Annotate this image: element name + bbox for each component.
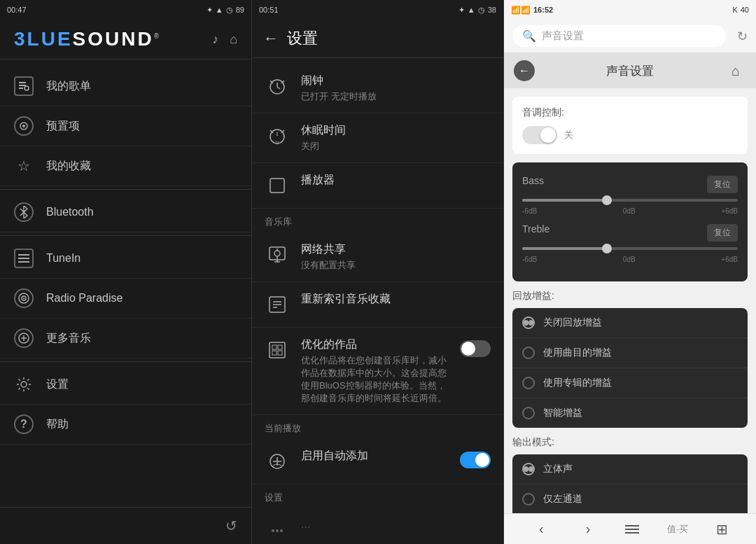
settings-item-sleep[interactable]: zz 休眠时间 关闭 bbox=[252, 113, 503, 163]
search-wrapper[interactable]: 🔍 声音设置 bbox=[512, 25, 726, 47]
back-arrow-btn[interactable]: ← bbox=[514, 60, 535, 81]
bass-min: -6dB bbox=[522, 207, 537, 215]
gain-option-smart[interactable]: 智能增益 bbox=[512, 398, 748, 428]
favorites-icon: ☆ bbox=[14, 156, 34, 176]
settings-item-more[interactable]: ... bbox=[252, 508, 503, 544]
optimize-sub: 优化作品将在您创建音乐库时，减小作品在数据库中的大小。这会提高您使用BluOS控… bbox=[301, 354, 449, 405]
bass-mid: 0dB bbox=[623, 207, 636, 215]
footer-menu-btn[interactable] bbox=[625, 525, 639, 533]
search-bar: 🔍 声音设置 ↻ bbox=[504, 20, 756, 53]
output-label-left: 仅左通道 bbox=[543, 493, 582, 505]
auto-add-toggle[interactable] bbox=[460, 452, 491, 468]
settings-item-reindex[interactable]: 重新索引音乐收藏 bbox=[252, 282, 503, 328]
signal-icon-3: K bbox=[732, 6, 737, 14]
footer-share-icon[interactable]: ⊞ bbox=[716, 521, 728, 538]
nav-item-settings[interactable]: 设置 bbox=[0, 365, 251, 405]
player-text: 播放器 bbox=[301, 173, 491, 190]
battery-1: 89 bbox=[236, 6, 244, 14]
more-icon bbox=[265, 518, 290, 543]
bass-markers: -6dB 0dB +6dB bbox=[522, 207, 738, 215]
bass-thumb[interactable] bbox=[602, 195, 612, 205]
gain-label-off: 关闭回放增益 bbox=[543, 316, 602, 329]
treble-thumb[interactable] bbox=[602, 244, 612, 253]
gain-option-track[interactable]: 使用曲目的增益 bbox=[512, 338, 748, 368]
settings-item-network-share[interactable]: 网络共享 没有配置共享 bbox=[252, 232, 503, 282]
tone-toggle-row: 关 bbox=[522, 126, 738, 144]
settings-item-alarm[interactable]: 闹钟 已打开 无定时播放 bbox=[252, 64, 503, 113]
output-radio-list: 立体声 仅左通道 仅右通道 bbox=[512, 454, 748, 513]
nav-label-favorites: 我的收藏 bbox=[46, 159, 91, 174]
nav-separator-2 bbox=[0, 235, 251, 236]
settings-header: ← 设置 bbox=[252, 20, 503, 58]
network-share-icon bbox=[265, 242, 290, 267]
radio-paradise-icon bbox=[14, 288, 34, 308]
treble-reset-btn[interactable]: 复位 bbox=[707, 224, 738, 242]
footer-forward-btn[interactable]: › bbox=[579, 518, 598, 540]
output-stereo[interactable]: 立体声 bbox=[512, 454, 748, 484]
svg-point-11 bbox=[23, 298, 24, 299]
svg-rect-1 bbox=[19, 85, 26, 86]
bass-fill bbox=[522, 199, 608, 202]
nav-item-favorites[interactable]: ☆ 我的收藏 bbox=[0, 146, 251, 186]
nav-item-help[interactable]: ? 帮助 bbox=[0, 405, 251, 445]
settings-item-optimize[interactable]: 优化的作品 优化作品将在您创建音乐库时，减小作品在数据库中的大小。这会提高您使用… bbox=[252, 328, 503, 415]
footer-back-btn[interactable]: ‹ bbox=[532, 518, 551, 540]
header-icons: ♪ ⌂ bbox=[212, 32, 237, 47]
refresh-icon[interactable]: ↻ bbox=[737, 29, 748, 44]
bass-reset-btn[interactable]: 复位 bbox=[707, 176, 738, 193]
svg-point-38 bbox=[276, 529, 279, 532]
tone-toggle[interactable] bbox=[522, 126, 557, 144]
nav-item-bluetooth[interactable]: Bluetooth bbox=[0, 193, 251, 232]
settings-item-player[interactable]: 播放器 bbox=[252, 163, 503, 209]
back-button[interactable]: ← bbox=[263, 29, 279, 48]
sleep-icon: zz bbox=[265, 123, 290, 148]
settings-item-auto-add[interactable]: 启用自动添加 bbox=[252, 439, 503, 484]
svg-point-39 bbox=[280, 529, 283, 532]
reindex-text: 重新索引音乐收藏 bbox=[301, 292, 491, 309]
treble-slider-row: Treble 复位 -6dB 0dB +6dB bbox=[522, 223, 738, 263]
gain-option-off[interactable]: 关闭回放增益 bbox=[512, 308, 748, 338]
nav-label-presets: 预置项 bbox=[46, 119, 80, 134]
panel-bluesound: 00:47 ✦ ▲ ◷ 89 3LUESOUND® ♪ ⌂ bbox=[0, 0, 252, 544]
nav-item-presets[interactable]: 预置项 bbox=[0, 106, 251, 146]
optimize-text: 优化的作品 优化作品将在您创建音乐库时，减小作品在数据库中的大小。这会提高您使用… bbox=[301, 337, 449, 405]
alarm-sub: 已打开 无定时播放 bbox=[301, 90, 491, 103]
nav-item-more-music[interactable]: 更多音乐 bbox=[0, 319, 251, 358]
gain-radio-track bbox=[522, 347, 535, 359]
status-time-3: 16:52 bbox=[533, 6, 553, 14]
gain-option-album[interactable]: 使用专辑的增益 bbox=[512, 368, 748, 398]
status-bar-2: 00:51 ✦ ▲ ◷ 38 bbox=[252, 0, 503, 20]
reindex-icon bbox=[265, 292, 290, 317]
tone-control-section: 音调控制: 关 bbox=[512, 97, 748, 154]
bt-icon-2: ✦ bbox=[458, 6, 465, 15]
nav-item-my-playlist[interactable]: 我的歌单 bbox=[0, 67, 251, 106]
nav-label-radio-paradise: Radio Paradise bbox=[46, 292, 122, 305]
home-icon[interactable]: ⌂ bbox=[230, 32, 237, 47]
music-note-icon[interactable]: ♪ bbox=[212, 32, 218, 47]
treble-max: +6dB bbox=[721, 256, 738, 263]
svg-rect-31 bbox=[278, 345, 282, 349]
sleep-label: 休眠时间 bbox=[301, 123, 491, 138]
shuffle-icon[interactable]: ↺ bbox=[225, 517, 237, 534]
app-footer: ↺ bbox=[0, 507, 251, 544]
home-button[interactable]: ⌂ bbox=[725, 60, 746, 81]
nav-label-more-music: 更多音乐 bbox=[46, 331, 91, 346]
nav-item-radio-paradise[interactable]: Radio Paradise bbox=[0, 279, 251, 319]
status-bar-1: 00:47 ✦ ▲ ◷ 89 bbox=[0, 0, 251, 20]
gain-radio-list: 关闭回放增益 使用曲目的增益 使用专辑的增益 智能增益 bbox=[512, 308, 748, 428]
treble-markers: -6dB 0dB +6dB bbox=[522, 256, 738, 263]
player-label: 播放器 bbox=[301, 173, 491, 188]
tunein-icon bbox=[14, 249, 34, 268]
treble-min: -6dB bbox=[522, 256, 537, 263]
reindex-label: 重新索引音乐收藏 bbox=[301, 292, 491, 307]
app-logo: 3LUESOUND® bbox=[14, 28, 161, 50]
auto-add-text: 启用自动添加 bbox=[301, 449, 449, 466]
output-left[interactable]: 仅左通道 bbox=[512, 484, 748, 513]
gain-label-smart: 智能增益 bbox=[543, 407, 582, 419]
status-icons-left-3: 📶📶 bbox=[511, 6, 531, 15]
gain-section: 回放增益: 关闭回放增益 使用曲目的增益 使用专辑的增益 bbox=[512, 290, 748, 428]
output-label: 输出模式: bbox=[512, 436, 748, 449]
search-icon: 🔍 bbox=[522, 29, 536, 43]
optimize-toggle[interactable] bbox=[460, 340, 491, 357]
nav-item-tunein[interactable]: TuneIn bbox=[0, 239, 251, 279]
